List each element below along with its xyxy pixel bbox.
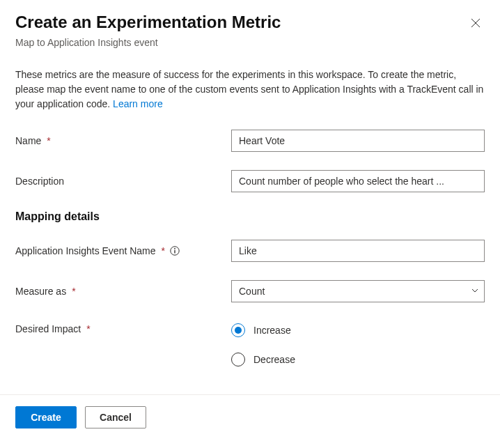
mapping-details-heading: Mapping details	[15, 210, 485, 223]
measure-as-value[interactable]	[231, 280, 485, 302]
panel-subtitle: Map to Application Insights event	[15, 37, 281, 48]
radio-indicator	[231, 323, 245, 337]
intro-text: These metrics are the measure of success…	[15, 68, 485, 111]
radio-indicator	[231, 353, 245, 366]
info-icon[interactable]	[169, 245, 180, 256]
label-event-name: Application Insights Event Name*	[15, 245, 231, 256]
intro-body: These metrics are the measure of success…	[15, 69, 483, 109]
label-description-text: Description	[15, 176, 64, 187]
panel-header: Create an Experimentation Metric Map to …	[15, 13, 485, 48]
label-event-name-text: Application Insights Event Name	[15, 245, 156, 256]
header-text-block: Create an Experimentation Metric Map to …	[15, 13, 281, 48]
create-metric-panel: Create an Experimentation Metric Map to …	[0, 0, 500, 366]
label-measure-as: Measure as*	[15, 286, 231, 297]
row-description: Description	[15, 170, 485, 192]
panel-footer: Create Cancel	[0, 395, 500, 442]
radio-decrease[interactable]: Decrease	[231, 353, 485, 366]
label-name-text: Name	[15, 135, 41, 146]
radio-increase[interactable]: Increase	[231, 323, 485, 337]
svg-point-1	[174, 248, 175, 249]
label-description: Description	[15, 176, 231, 187]
name-input[interactable]	[231, 130, 485, 152]
label-desired-impact-text: Desired Impact	[15, 323, 81, 334]
label-name: Name*	[15, 135, 231, 146]
row-event-name: Application Insights Event Name*	[15, 240, 485, 262]
required-marker: *	[162, 245, 165, 256]
row-name: Name*	[15, 130, 485, 152]
required-marker: *	[47, 135, 50, 146]
description-input[interactable]	[231, 170, 485, 192]
learn-more-link[interactable]: Learn more	[113, 98, 163, 109]
panel-title: Create an Experimentation Metric	[15, 13, 281, 33]
label-desired-impact: Desired Impact*	[15, 320, 231, 334]
svg-rect-2	[174, 250, 175, 254]
desired-impact-radio-group: Increase Decrease	[231, 320, 485, 366]
close-icon	[471, 20, 481, 30]
create-button[interactable]: Create	[15, 406, 77, 428]
measure-as-select[interactable]	[231, 280, 485, 302]
radio-decrease-label: Decrease	[253, 354, 295, 365]
event-name-input[interactable]	[231, 240, 485, 262]
required-marker: *	[72, 286, 75, 297]
radio-increase-label: Increase	[253, 325, 291, 336]
row-desired-impact: Desired Impact* Increase Decrease	[15, 320, 485, 366]
label-measure-as-text: Measure as	[15, 286, 66, 297]
close-button[interactable]	[467, 14, 485, 32]
required-marker: *	[86, 323, 90, 334]
row-measure-as: Measure as*	[15, 280, 485, 302]
metric-form: Name* Description Mapping details Applic…	[15, 130, 485, 366]
cancel-button[interactable]: Cancel	[85, 406, 146, 428]
